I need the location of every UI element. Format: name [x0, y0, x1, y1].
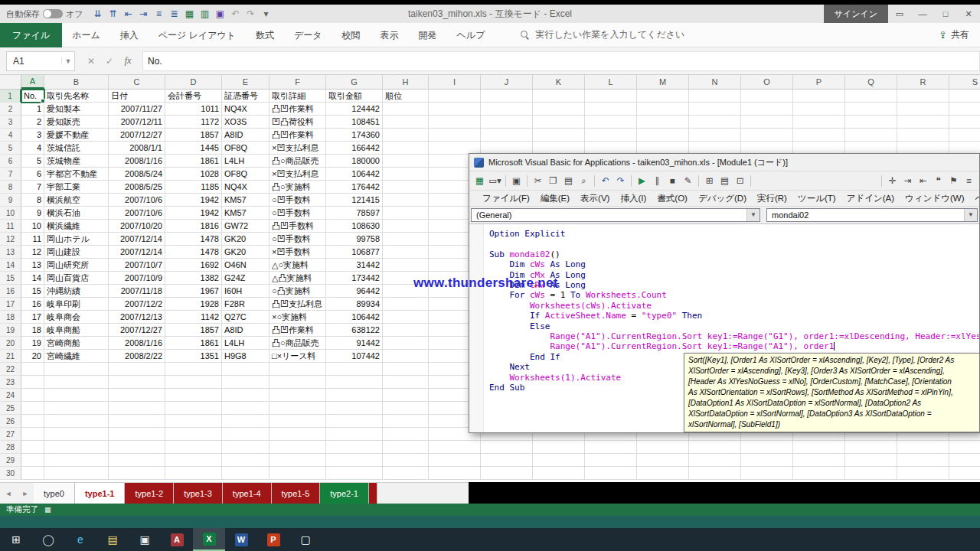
row-header-23[interactable]: 23: [0, 376, 21, 389]
cell-G18[interactable]: 106442: [326, 311, 383, 324]
cell-N29[interactable]: [689, 454, 741, 467]
cell-D13[interactable]: 1478: [165, 246, 222, 259]
row-header-26[interactable]: 26: [0, 415, 21, 428]
column-header-J[interactable]: J: [481, 75, 533, 89]
cell-I29[interactable]: [429, 454, 481, 467]
code-line[interactable]: Sub mondai02(): [489, 249, 979, 259]
cell-H14[interactable]: [383, 259, 429, 272]
column-header-P[interactable]: P: [793, 75, 845, 89]
cell-E19[interactable]: A8ID: [222, 324, 270, 337]
cell-A12[interactable]: 11: [21, 233, 44, 246]
row-header-3[interactable]: 3: [0, 116, 21, 129]
cell-H13[interactable]: [383, 246, 429, 259]
cell-C13[interactable]: 2007/12/14: [109, 246, 165, 259]
cell-G25[interactable]: [326, 402, 383, 415]
ribbon-tab-review[interactable]: 校閲: [332, 23, 371, 47]
cell-B9[interactable]: 横浜航空: [44, 194, 109, 207]
cell-F29[interactable]: [270, 454, 326, 467]
cell-E14[interactable]: O46N: [222, 259, 270, 272]
cell-H26[interactable]: [383, 415, 429, 428]
cell-E25[interactable]: [222, 402, 270, 415]
cell-F4[interactable]: 凸凹作業料: [270, 129, 326, 142]
cell-J4[interactable]: [481, 129, 533, 142]
ribbon-tab-developer[interactable]: 開発: [409, 23, 447, 47]
cell-P2[interactable]: [793, 103, 845, 116]
cell-B2[interactable]: 愛知製本: [44, 103, 109, 116]
cell-H5[interactable]: [383, 142, 429, 155]
cell-G6[interactable]: 180000: [326, 155, 383, 168]
run-icon[interactable]: ▶: [635, 174, 649, 187]
ribbon-tab-file[interactable]: ファイル: [0, 23, 62, 47]
cell-H11[interactable]: [383, 220, 429, 233]
cell-I2[interactable]: [429, 103, 481, 116]
cell-B29[interactable]: [44, 454, 109, 467]
cell-M30[interactable]: [637, 467, 689, 480]
cell-C19[interactable]: 2007/12/27: [109, 324, 165, 337]
cell-D15[interactable]: 1382: [165, 272, 222, 285]
cell-R2[interactable]: [897, 103, 949, 116]
cell-G2[interactable]: 124442: [326, 103, 383, 116]
cell-A17[interactable]: 16: [21, 298, 44, 311]
cell-E30[interactable]: [222, 467, 270, 480]
cell-A6[interactable]: 5: [21, 155, 44, 168]
cell-F13[interactable]: ×凹手数料: [270, 246, 326, 259]
cell-A3[interactable]: 2: [21, 116, 44, 129]
cell-C16[interactable]: 2007/11/18: [109, 285, 165, 298]
row-header-25[interactable]: 25: [0, 402, 21, 415]
cell-K29[interactable]: [533, 454, 585, 467]
row-header-24[interactable]: 24: [0, 389, 21, 402]
bookmark-icon[interactable]: ⚑: [946, 174, 961, 187]
row-header-29[interactable]: 29: [0, 454, 21, 467]
cell-B19[interactable]: 岐阜商船: [44, 324, 109, 337]
design-mode-icon[interactable]: ✎: [681, 174, 695, 187]
row-header-18[interactable]: 18: [0, 311, 21, 324]
cell-F12[interactable]: ○凹手数料: [270, 233, 326, 246]
sign-in-button[interactable]: サインイン: [824, 5, 888, 23]
indent-icon[interactable]: ⇥: [900, 174, 915, 187]
cell-E2[interactable]: NQ4X: [222, 103, 270, 116]
cell-F16[interactable]: ○凸実施料: [270, 285, 326, 298]
cell-E21[interactable]: H9G8: [222, 350, 270, 363]
cell-C2[interactable]: 2007/11/27: [109, 103, 165, 116]
cell-C24[interactable]: [109, 389, 165, 402]
cell-H6[interactable]: [383, 155, 429, 168]
cell-C10[interactable]: 2007/10/6: [109, 207, 165, 220]
reset-icon[interactable]: ■: [665, 174, 680, 187]
align-left-icon[interactable]: ≡: [152, 5, 166, 22]
cell-D28[interactable]: [165, 441, 222, 454]
row-header-13[interactable]: 13: [0, 246, 21, 259]
vba-menu-item-2[interactable]: 表示(V): [575, 193, 615, 204]
vba-menu-item-6[interactable]: 実行(R): [752, 193, 792, 204]
cell-R4[interactable]: [897, 129, 949, 142]
cell-G19[interactable]: 638122: [326, 324, 383, 337]
cell-D7[interactable]: 1028: [165, 168, 222, 181]
chevron-down-icon[interactable]: ▼: [746, 209, 760, 221]
cell-C1[interactable]: 日付: [109, 90, 165, 103]
cell-F18[interactable]: ×○実施料: [270, 311, 326, 324]
app-icon[interactable]: ▢: [289, 528, 322, 551]
cell-O4[interactable]: [741, 129, 793, 142]
cell-B13[interactable]: 岡山建設: [44, 246, 109, 259]
cell-C28[interactable]: [109, 441, 165, 454]
cell-K28[interactable]: [533, 441, 585, 454]
cell-H2[interactable]: [383, 103, 429, 116]
cell-L30[interactable]: [585, 467, 637, 480]
column-header-O[interactable]: O: [741, 75, 793, 89]
cell-C15[interactable]: 2007/10/9: [109, 272, 165, 285]
cell-C11[interactable]: 2007/10/20: [109, 220, 165, 233]
cell-C12[interactable]: 2007/12/14: [109, 233, 165, 246]
cell-D11[interactable]: 1816: [165, 220, 222, 233]
cell-A7[interactable]: 6: [21, 168, 44, 181]
cell-H4[interactable]: [383, 129, 429, 142]
cell-D22[interactable]: [165, 363, 222, 376]
sort-ascending-icon[interactable]: ⇊: [91, 5, 105, 22]
cell-B1[interactable]: 取引先名称: [44, 90, 109, 103]
vba-menu-item-0[interactable]: ファイル(F): [477, 193, 535, 204]
cell-A22[interactable]: [21, 363, 44, 376]
project-explorer-icon[interactable]: ⊞: [702, 174, 717, 187]
save-icon[interactable]: ▣: [214, 5, 227, 22]
cell-N3[interactable]: [689, 116, 741, 129]
cell-A18[interactable]: 17: [21, 311, 44, 324]
cell-L2[interactable]: [585, 103, 637, 116]
access-icon[interactable]: A: [161, 528, 193, 551]
